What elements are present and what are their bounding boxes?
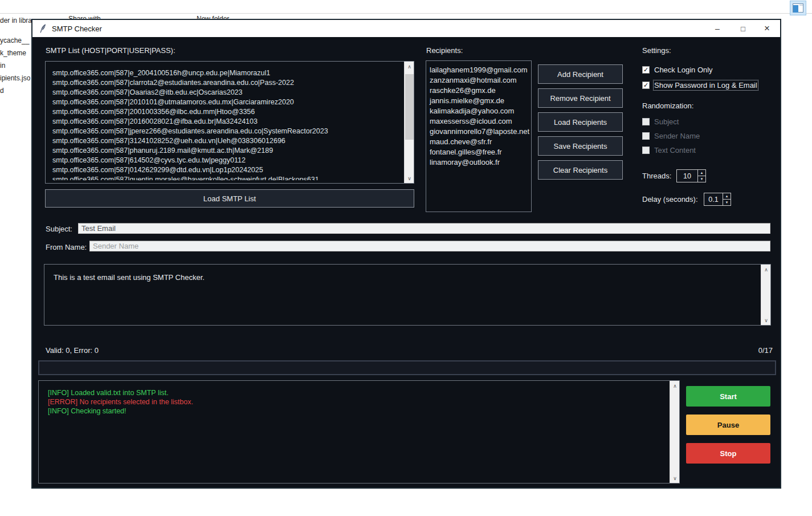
recipient-item[interactable]: raschke26@gmx.de [430, 86, 531, 96]
window-title: SMTP Checker [52, 25, 102, 33]
settings-label: Settings: [642, 46, 671, 55]
smtp-entry[interactable]: smtp.office365.com|587|e_2004100516h@unc… [52, 68, 402, 78]
checkbox-unchecked-icon [642, 132, 650, 140]
randomize-subject-checkbox: Subject [642, 117, 679, 126]
remove-recipient-button[interactable]: Remove Recipient [538, 88, 623, 108]
spin-down-icon[interactable]: ▼ [723, 200, 731, 205]
pause-button[interactable]: Pause [686, 415, 770, 435]
file-item: ycache__ [0, 36, 29, 44]
explorer-window-icon[interactable] [790, 1, 806, 15]
scroll-down-icon[interactable]: ∨ [670, 473, 680, 483]
recipient-item[interactable]: maud.cheve@sfr.fr [430, 137, 531, 147]
file-item: in [0, 62, 5, 70]
recipient-item[interactable]: linamoray@outlook.fr [430, 157, 531, 168]
close-icon[interactable]: × [758, 20, 776, 37]
log-textarea[interactable]: [INFO] Loaded valid.txt into SMTP list. … [38, 380, 680, 484]
checkbox-unchecked-icon [642, 118, 650, 125]
log-line: [INFO] Loaded valid.txt into SMTP list. [48, 388, 666, 397]
subject-label: Subject: [46, 225, 72, 233]
spin-up-icon[interactable]: ▲ [698, 170, 705, 176]
checkbox-unchecked-icon [642, 147, 650, 154]
smtp-entry[interactable]: smtp.office365.com|587|clarrota2@estudia… [52, 78, 402, 88]
from-name-label: From Name: [46, 243, 87, 251]
app-feather-icon [39, 23, 47, 34]
smtp-list-scrollbar[interactable]: ∧ ∨ [404, 62, 414, 183]
randomize-text-checkbox: Text Content [642, 146, 696, 155]
email-body-text: This is a test email sent using SMTP Che… [54, 273, 205, 282]
smtp-entry[interactable]: smtp.office365.com|587|Oaarias2@itb.edu.… [52, 88, 402, 97]
background-divider [0, 13, 812, 14]
checkbox-label: Check Login Only [654, 66, 713, 74]
checkbox-label: Sender Name [654, 132, 700, 140]
smtp-entry[interactable]: smtp.office365.com|587|614502@cyvs.tyc.e… [52, 156, 402, 165]
from-name-input[interactable]: Sender Name [89, 241, 770, 251]
delay-spinbox[interactable]: 0.1 ▲ ▼ [704, 193, 731, 206]
email-body-textarea[interactable]: This is a test email sent using SMTP Che… [44, 264, 771, 326]
delay-label: Delay (seconds): [642, 195, 698, 204]
valid-error-counter: Valid: 0, Error: 0 [46, 346, 99, 355]
minimize-icon[interactable]: – [709, 20, 726, 37]
recipient-item[interactable]: fontanel.gilles@free.fr [430, 147, 531, 157]
recipient-item[interactable]: giovannimorello7@laposte.net [430, 127, 531, 137]
checkbox-label: Subject [654, 117, 679, 126]
stop-button[interactable]: Stop [686, 443, 770, 464]
scroll-up-icon[interactable]: ∧ [761, 265, 771, 274]
start-button[interactable]: Start [686, 386, 770, 407]
smtp-listbox[interactable]: smtp.office365.com|587|e_2004100516h@unc… [45, 61, 414, 184]
clear-recipients-button[interactable]: Clear Recipients [538, 160, 623, 180]
scroll-down-icon[interactable]: ∨ [405, 173, 414, 183]
recipient-item[interactable]: kalimakadija@yahoo.com [430, 106, 531, 116]
scrollbar-thumb[interactable] [405, 74, 414, 140]
checkbox-label: Show Password in Log & Email [654, 81, 757, 90]
recipient-item[interactable]: maxesserss@icloud.com [430, 116, 531, 127]
checkbox-checked-icon[interactable]: ✓ [642, 82, 650, 89]
spin-up-icon[interactable]: ▲ [723, 193, 731, 200]
smtp-entry[interactable]: smtp.office365.com|587|0142629299@dtd.ed… [52, 165, 402, 175]
subject-input[interactable]: Test Email [78, 223, 770, 234]
threads-spinbox[interactable]: 10 ▲ ▼ [676, 169, 706, 182]
recipient-item[interactable]: lailaghanem1999@gmail.com [430, 65, 531, 75]
log-line: [ERROR] No recipients selected in the li… [48, 397, 666, 407]
body-scrollbar[interactable]: ∧ ∨ [761, 265, 770, 325]
file-item: d [0, 87, 4, 95]
progress-counter: 0/17 [758, 346, 773, 355]
load-smtp-list-button[interactable]: Load SMTP List [45, 189, 414, 208]
spin-down-icon[interactable]: ▼ [698, 176, 705, 182]
threads-value[interactable]: 10 [677, 170, 697, 182]
recipients-listbox[interactable]: lailaghanem1999@gmail.com zanzanmaxi@hot… [426, 60, 532, 212]
progress-bar [38, 360, 776, 375]
smtp-entry[interactable]: smtp.office365.com|587|2010101@utmatamor… [52, 97, 402, 107]
log-scrollbar[interactable]: ∧ ∨ [670, 381, 679, 483]
add-recipient-button[interactable]: Add Recipient [538, 64, 623, 84]
smtp-entry[interactable]: smtp.office365.com|587|quentin.morales@b… [52, 175, 402, 180]
checkbox-label: Text Content [654, 146, 696, 155]
smtp-entry[interactable]: smtp.office365.com|587|2001003356@ilbc.e… [52, 107, 402, 117]
smtp-entry[interactable]: smtp.office365.com|587|jperez266@estudia… [52, 127, 402, 136]
randomization-label: Randomization: [642, 101, 693, 110]
recipient-item[interactable]: zanzanmaxi@hotmail.com [430, 75, 531, 86]
smtp-entry[interactable]: smtp.office365.com|587|20160028021@ifba.… [52, 117, 402, 127]
smtp-entry[interactable]: smtp.office365.com|587|phanuruj.2189.mai… [52, 146, 402, 156]
load-recipients-button[interactable]: Load Recipients [538, 112, 623, 132]
log-line: [INFO] Checking started! [48, 407, 666, 416]
smtp-list-label: SMTP List (HOST|PORT|USER|PASS): [46, 46, 176, 55]
smtp-checker-window: SMTP Checker – □ × SMTP List (HOST|PORT|… [31, 19, 781, 489]
file-item: ipients.jso [0, 74, 30, 82]
randomize-sender-checkbox: Sender Name [642, 132, 700, 140]
threads-label: Threads: [642, 172, 671, 180]
file-item: k_theme [0, 49, 26, 57]
delay-value[interactable]: 0.1 [704, 193, 723, 205]
scroll-up-icon[interactable]: ∧ [670, 381, 680, 391]
save-recipients-button[interactable]: Save Recipients [538, 136, 623, 156]
breadcrumb: der in libra [0, 17, 32, 25]
maximize-icon[interactable]: □ [735, 20, 752, 37]
recipients-label: Recipients: [426, 46, 463, 55]
scroll-down-icon[interactable]: ∨ [761, 315, 771, 325]
show-password-checkbox[interactable]: ✓ Show Password in Log & Email [642, 81, 757, 90]
scroll-up-icon[interactable]: ∧ [405, 62, 414, 71]
check-login-only-checkbox[interactable]: ✓ Check Login Only [642, 66, 713, 74]
checkbox-checked-icon[interactable]: ✓ [642, 66, 650, 74]
smtp-entry[interactable]: smtp.office365.com|587|31241028252@ueh.e… [52, 136, 402, 146]
recipient-item[interactable]: jannis.mielke@gmx.de [430, 96, 531, 106]
window-titlebar[interactable]: SMTP Checker [32, 20, 780, 37]
